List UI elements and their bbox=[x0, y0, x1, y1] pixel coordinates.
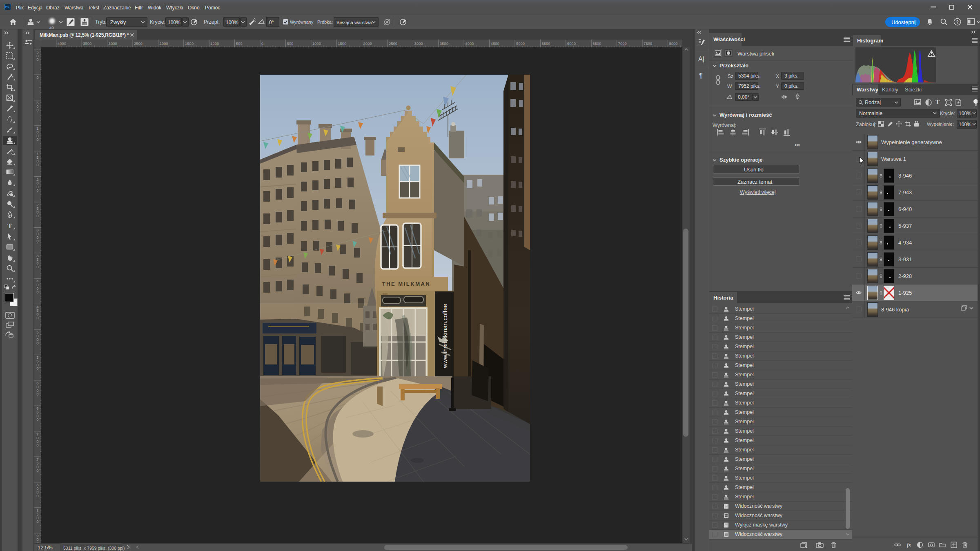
svg-text:0: 0 bbox=[36, 392, 38, 396]
svg-text:0: 0 bbox=[36, 162, 38, 167]
svg-text:3000: 3000 bbox=[109, 41, 117, 46]
svg-text:?: ? bbox=[956, 20, 958, 24]
svg-text:7000: 7000 bbox=[618, 41, 627, 46]
svg-text:2000: 2000 bbox=[363, 41, 372, 46]
svg-text:0: 0 bbox=[36, 213, 38, 218]
svg-text:0: 0 bbox=[36, 75, 38, 80]
svg-text:0: 0 bbox=[36, 443, 38, 447]
svg-text:4500: 4500 bbox=[491, 41, 499, 46]
svg-text:4000: 4000 bbox=[465, 41, 474, 46]
svg-text:2500: 2500 bbox=[389, 41, 397, 46]
svg-text:5000: 5000 bbox=[516, 41, 525, 46]
svg-text:0: 0 bbox=[36, 108, 38, 112]
svg-text:THE MILKMAN: THE MILKMAN bbox=[382, 281, 431, 287]
svg-text:T: T bbox=[7, 222, 12, 229]
svg-text:3500: 3500 bbox=[83, 41, 91, 46]
svg-text:2000: 2000 bbox=[159, 41, 168, 46]
svg-text:1500: 1500 bbox=[338, 41, 346, 46]
svg-text:0: 0 bbox=[36, 468, 38, 473]
svg-text:0: 0 bbox=[36, 264, 38, 269]
svg-text:0: 0 bbox=[36, 417, 38, 422]
svg-text:3500: 3500 bbox=[440, 41, 448, 46]
svg-text:3000: 3000 bbox=[414, 41, 423, 46]
svg-text:500: 500 bbox=[236, 41, 243, 46]
svg-text:7500: 7500 bbox=[644, 41, 652, 46]
svg-text:0: 0 bbox=[36, 57, 38, 62]
svg-text:0: 0 bbox=[36, 188, 38, 193]
svg-text:0: 0 bbox=[36, 519, 38, 524]
svg-text:500: 500 bbox=[287, 41, 293, 46]
svg-text:1000: 1000 bbox=[312, 41, 321, 46]
svg-text:1500: 1500 bbox=[185, 41, 194, 46]
svg-text:0: 0 bbox=[36, 341, 38, 345]
svg-text:1000: 1000 bbox=[210, 41, 219, 46]
svg-text:0: 0 bbox=[36, 137, 38, 142]
svg-text:0: 0 bbox=[36, 315, 38, 320]
svg-text:6500: 6500 bbox=[592, 41, 601, 46]
svg-text:0: 0 bbox=[36, 366, 38, 371]
svg-text:5500: 5500 bbox=[541, 41, 550, 46]
svg-text:2500: 2500 bbox=[134, 41, 143, 46]
svg-text:8000: 8000 bbox=[669, 41, 677, 46]
svg-text:4000: 4000 bbox=[58, 41, 66, 46]
svg-text:0: 0 bbox=[36, 239, 38, 243]
svg-text:0: 0 bbox=[36, 493, 38, 498]
svg-text:0: 0 bbox=[36, 290, 38, 294]
svg-text:fx: fx bbox=[907, 542, 911, 548]
svg-text:6000: 6000 bbox=[567, 41, 576, 46]
svg-text:www.themilkman.coffee: www.themilkman.coffee bbox=[441, 304, 448, 368]
svg-text:0: 0 bbox=[261, 41, 263, 46]
